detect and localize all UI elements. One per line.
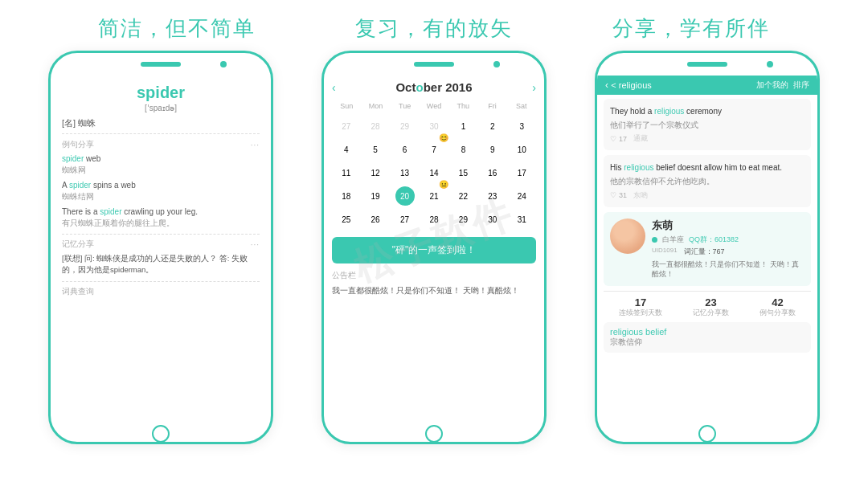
cal-day-21[interactable]: 21😐: [420, 185, 448, 207]
phone-social: ‹ < religious 加个我的 排序 They hold a religi…: [595, 51, 820, 444]
social-word-entry: religious belief 宗教信仰: [604, 322, 811, 353]
stat-memory: 23 记忆分享数: [693, 296, 729, 318]
phone3-speaker: [687, 62, 727, 67]
cal-day-23[interactable]: 23: [478, 185, 506, 207]
stat-memory-num: 23: [693, 296, 729, 308]
phone2-top-bar: [324, 53, 544, 76]
cal-day-5[interactable]: 5: [361, 138, 389, 161]
calendar-header: ‹ October 2016 ›: [332, 80, 536, 94]
dict-example-1: spider web 蜘蛛网: [62, 153, 260, 176]
cal-day-30[interactable]: 30: [478, 208, 506, 231]
user-avatar: [610, 219, 645, 254]
cal-day-prev29[interactable]: 29: [391, 115, 419, 137]
phone3-home-button[interactable]: [698, 425, 716, 443]
notice-text: 我一直都很酷炫！只是你们不知道！ 天哟！真酷炫！: [332, 284, 536, 296]
cal-day-16[interactable]: 16: [478, 161, 506, 184]
dict-content: spider [ˈspaɪdə] [名] 蜘蛛 例句分享 ··· spider …: [51, 76, 271, 426]
cal-day-7[interactable]: 7😊: [420, 138, 448, 161]
checkin-button[interactable]: "砰"的一声签到啦！: [332, 237, 536, 263]
phone1-camera: [220, 61, 227, 67]
card2-tag: 东哟: [633, 190, 648, 201]
stat-checkin-num: 17: [619, 296, 662, 308]
calendar-next-button[interactable]: ›: [532, 81, 536, 94]
user-uid: UID1091: [652, 247, 678, 257]
cal-day-20[interactable]: 20: [391, 185, 419, 207]
stat-examples: 42 例句分享数: [760, 296, 796, 318]
word-entry-cn: 宗教信仰: [610, 337, 805, 348]
cal-day-4[interactable]: 4: [332, 138, 360, 161]
cal-day-31[interactable]: 31: [508, 208, 536, 231]
cal-day-26[interactable]: 26: [361, 208, 389, 231]
weekday-fri: Fri: [477, 100, 506, 112]
cal-day-2[interactable]: 2: [478, 115, 506, 137]
phone2-home-button[interactable]: [425, 425, 443, 443]
social-nav-word: < religious: [611, 80, 651, 90]
dict-ex3-en: There is a spider crawling up your leg.: [62, 206, 260, 218]
cal-day-25[interactable]: 25: [332, 208, 360, 231]
calendar-grid: 27 28 29 30 1 2 3 4 5 6 7😊 8 9 10 11: [332, 115, 536, 231]
stat-memory-label: 记忆分享数: [693, 308, 729, 318]
top-taglines: 简洁，但不简单 复习，有的放矢 分享，学有所伴: [0, 0, 868, 51]
avatar-image: [610, 219, 645, 254]
cal-day-15[interactable]: 15: [449, 161, 477, 184]
cal-day-24[interactable]: 24: [508, 185, 536, 207]
dict-ex1-highlight: spider: [62, 154, 84, 163]
dict-example-3: There is a spider crawling up your leg. …: [62, 206, 260, 229]
cal-day-17[interactable]: 17: [508, 161, 536, 184]
tagline-simple: 简洁，但不简单: [98, 14, 256, 43]
social-nav-actions: 加个我的 排序: [756, 80, 809, 91]
cal-day-1[interactable]: 1: [449, 115, 477, 137]
online-indicator: [652, 237, 657, 243]
cal-day-28[interactable]: 28: [420, 208, 448, 231]
month-pre: Oct: [395, 80, 416, 94]
calendar-prev-button[interactable]: ‹: [332, 81, 336, 94]
user-name: 东萌: [652, 219, 805, 233]
social-back-button[interactable]: ‹ < religious: [605, 80, 652, 91]
social-user-card: 东萌 白羊座 QQ群：601382 UID1091 词汇量：767 我一直都很酷…: [604, 212, 811, 286]
cal-day-27[interactable]: 27: [391, 208, 419, 231]
word-entry-en: religious belief: [610, 327, 805, 337]
cal-day-19[interactable]: 19: [361, 185, 389, 207]
weekday-wed: Wed: [420, 100, 448, 112]
phones-row: spider [ˈspaɪdə] [名] 蜘蛛 例句分享 ··· spider …: [0, 51, 868, 452]
month-highlight: o: [416, 80, 423, 94]
cal-emoji-21: 😐: [439, 180, 448, 189]
cal-day-6[interactable]: 6: [391, 138, 419, 161]
cal-day-12[interactable]: 12: [361, 161, 389, 184]
cal-day-8[interactable]: 8: [449, 138, 477, 161]
dict-ex2-en: A spider spins a web: [62, 180, 260, 191]
cal-day-18[interactable]: 18: [332, 185, 360, 207]
dict-memory-header: 记忆分享 ···: [62, 239, 260, 250]
social-add-button[interactable]: 加个我的: [756, 80, 788, 91]
card2-likes: ♡ 31: [610, 191, 627, 199]
cal-day-22[interactable]: 22: [449, 185, 477, 207]
social-card-1: They hold a religious ceremony 他们举行了一个宗教…: [604, 99, 811, 150]
user-vocab: 词汇量：767: [684, 247, 725, 257]
dict-phonetic: [ˈspaɪdə]: [62, 104, 260, 112]
card1-en: They hold a religious ceremony: [610, 105, 805, 117]
cal-day-3[interactable]: 3: [508, 115, 536, 137]
cal-day-29[interactable]: 29: [449, 208, 477, 231]
dict-meaning: [名] 蜘蛛: [62, 117, 260, 134]
cal-day-9[interactable]: 9: [478, 138, 506, 161]
phone3-content: ‹ < religious 加个我的 排序 They hold a religi…: [597, 76, 817, 426]
phone3-top-bar: [597, 53, 817, 76]
phone2-speaker: [414, 62, 454, 67]
cal-day-prev27[interactable]: 27: [332, 115, 360, 137]
card2-highlight: religious: [624, 163, 653, 172]
phone2-bottom-bar: [324, 426, 544, 442]
social-sort-button[interactable]: 排序: [793, 80, 809, 91]
dict-ex3-cn: 有只蜘蛛正顺着你的腿往上爬。: [62, 218, 260, 229]
notice-title: 公告栏: [332, 270, 536, 281]
month-post: ber 2016: [424, 80, 473, 94]
phone1-home-button[interactable]: [152, 425, 170, 443]
cal-day-11[interactable]: 11: [332, 161, 360, 184]
calendar-month-title: October 2016: [395, 80, 472, 94]
cal-day-prev28[interactable]: 28: [361, 115, 389, 137]
cal-day-10[interactable]: 10: [508, 138, 536, 161]
stat-examples-num: 42: [760, 296, 796, 308]
weekday-thu: Thu: [448, 100, 477, 112]
card2-meta: ♡ 31 东哟: [610, 190, 805, 201]
cal-day-13[interactable]: 13: [391, 161, 419, 184]
dict-ex3-highlight: spider: [100, 207, 121, 216]
